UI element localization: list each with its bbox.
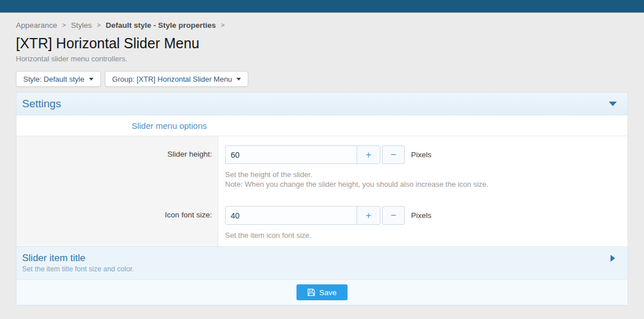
slider-height-content-cell: + − Pixels Set the height of the slider.…	[218, 136, 628, 197]
icon-font-size-unit-label: Pixels	[411, 211, 431, 220]
chevron-right-icon: >	[221, 22, 224, 28]
breadcrumb-appearance[interactable]: Appearance	[16, 21, 57, 30]
style-selector-button[interactable]: Style: Default style	[16, 71, 101, 87]
top-navbar	[0, 0, 644, 13]
breadcrumb-styles[interactable]: Styles	[71, 21, 92, 30]
save-button[interactable]: Save	[296, 284, 348, 300]
slider-height-label-cell: Slider height:	[16, 136, 218, 197]
caret-down-icon	[236, 78, 241, 81]
slider-height-input-group: + − Pixels	[225, 145, 628, 164]
form-row-slider-height: Slider height: + − Pixels Set the height…	[16, 136, 628, 197]
collapse-arrow-icon	[609, 102, 617, 106]
page-title: [XTR] Horizontal Slider Menu	[16, 35, 628, 52]
help-text: Set the height of the slider.	[225, 170, 628, 179]
icon-font-size-input-group: + − Pixels	[225, 206, 628, 225]
settings-section-header[interactable]: Settings	[16, 93, 628, 115]
slider-item-title-section[interactable]: Slider item title Set the item title fon…	[16, 246, 628, 279]
group-title: Slider menu options	[16, 121, 322, 131]
page-content: Appearance > Styles > Default style - St…	[0, 20, 644, 305]
slider-height-label: Slider height:	[167, 150, 212, 158]
floppy-disk-icon	[307, 288, 315, 296]
slider-height-help: Set the height of the slider. Note: When…	[225, 170, 628, 189]
save-button-label: Save	[319, 288, 337, 297]
icon-font-size-decrement-button[interactable]: −	[382, 206, 405, 225]
slider-item-title-heading: Slider item title	[22, 252, 605, 264]
expand-arrow-icon	[611, 255, 615, 262]
group-selector-label: Group: [XTR] Horizontal Slider Menu	[112, 75, 232, 83]
chevron-right-icon: >	[62, 22, 66, 28]
icon-font-size-label: Icon font size:	[165, 211, 212, 219]
help-text: Set the item icon font size.	[225, 230, 628, 240]
chevron-right-icon: >	[97, 22, 100, 28]
icon-font-size-input-box: +	[225, 206, 380, 225]
form-row-icon-font-size: Icon font size: + − Pixels Set the item …	[16, 197, 628, 246]
breadcrumb-style-properties[interactable]: Default style - Style properties	[105, 21, 215, 30]
settings-panel: Settings Slider menu options Slider heig…	[16, 92, 628, 305]
group-selector-button[interactable]: Group: [XTR] Horizontal Slider Menu	[105, 71, 249, 87]
slider-height-increment-button[interactable]: +	[357, 146, 380, 163]
slider-height-decrement-button[interactable]: −	[382, 145, 405, 164]
breadcrumb: Appearance > Styles > Default style - St…	[16, 20, 628, 30]
slider-height-input[interactable]	[226, 146, 357, 163]
page-subtitle: Horizontal slider menu controllers.	[16, 54, 628, 64]
slider-item-title-description: Set the item title font size and color.	[22, 265, 605, 274]
slider-height-unit-label: Pixels	[411, 150, 431, 159]
style-selector-label: Style: Default style	[23, 75, 84, 83]
panel-footer: Save	[16, 279, 628, 305]
group-title-row: Slider menu options	[16, 115, 628, 136]
icon-font-size-label-cell: Icon font size:	[16, 197, 218, 246]
icon-font-size-input[interactable]	[226, 207, 357, 224]
slider-height-input-box: +	[225, 145, 380, 164]
selector-toolbar: Style: Default style Group: [XTR] Horizo…	[16, 71, 628, 87]
caret-down-icon	[89, 78, 94, 81]
icon-font-size-increment-button[interactable]: +	[357, 207, 380, 224]
settings-section-title: Settings	[22, 98, 61, 110]
icon-font-size-help: Set the item icon font size.	[225, 230, 628, 240]
help-text: Note: When you change the slider height,…	[225, 179, 628, 189]
icon-font-size-content-cell: + − Pixels Set the item icon font size.	[218, 197, 628, 246]
